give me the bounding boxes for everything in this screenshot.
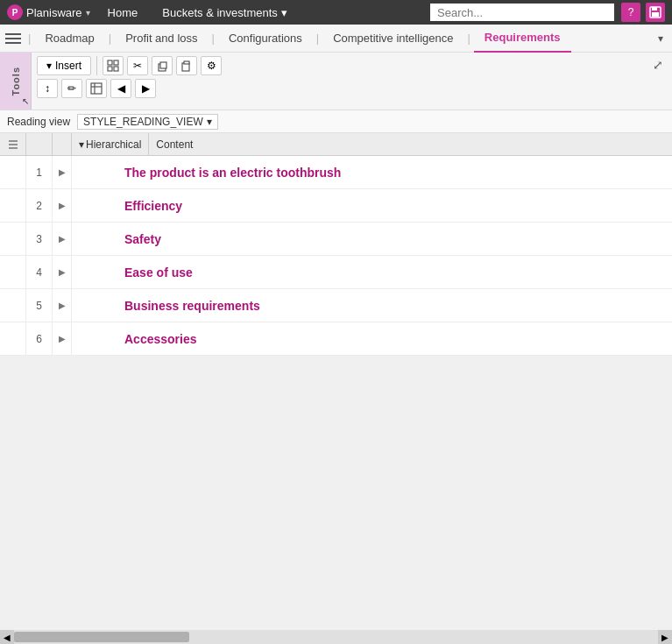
toolbar-row2: ↕ ✏ ◀ ▶ [37,79,222,98]
save-icon[interactable] [646,3,665,22]
row-expand-5[interactable]: ▶ [53,289,72,322]
table-body: 1 ▶ The product is an electric toothbrus… [0,156,672,356]
row-icon-col-5 [0,289,26,322]
row-icon-col-1 [0,156,26,188]
tab-separator-3: | [212,32,215,45]
row-num-4: 4 [26,256,53,288]
menu-hamburger[interactable] [4,28,25,49]
expand-view-btn[interactable]: ⤢ [649,56,667,74]
tab-profit-and-loss[interactable]: Profit and loss [115,25,208,53]
svg-rect-3 [108,60,112,65]
edit-icon-btn[interactable]: ✏ [61,79,82,98]
row-num-3: 3 [26,223,53,255]
table-header: ▾ Hierarchical Content [0,133,672,156]
table-row[interactable]: 3 ▶ Safety [0,223,672,256]
svg-rect-10 [184,61,189,64]
bottom-scrollbar: ◀ ▶ [0,630,672,644]
search-input[interactable] [430,4,614,21]
insert-button[interactable]: ▾ Insert [37,56,91,75]
scroll-thumb[interactable] [14,632,189,642]
tab-roadmap[interactable]: Roadmap [34,25,104,53]
insert-dropdown-icon: ▾ [46,60,52,72]
th-num-col [26,133,53,155]
settings-icon-btn[interactable]: ⚙ [201,56,222,75]
brand-name: Planisware [26,6,82,19]
row-num-6: 6 [26,322,53,355]
reading-view-selector[interactable]: STYLE_READING_VIEW ▾ [77,114,218,130]
tab-competitive-intelligence[interactable]: Competitive intelligence [322,25,463,53]
svg-rect-5 [108,67,112,71]
module-selector[interactable]: Buckets & investments ▾ [155,6,294,19]
toolbar-row1: ▾ Insert ✂ [37,56,222,75]
table-row[interactable]: 6 ▶ Accessories [0,322,672,356]
scroll-right-arrow[interactable]: ▶ [658,630,672,644]
row-content-4: Ease of use [72,265,672,280]
table-icon-btn[interactable] [86,79,107,98]
table-row[interactable]: 4 ▶ Ease of use [0,256,672,289]
row-content-6: Accessories [72,332,672,346]
row-expand-6[interactable]: ▶ [53,322,72,355]
back-icon-btn[interactable]: ◀ [110,79,131,98]
svg-rect-1 [652,7,657,11]
help-icon[interactable]: ? [621,3,640,22]
tab-separator-5: | [467,32,470,45]
reading-view-label: Reading view [7,116,70,128]
row-content-5: Business requirements [72,299,672,313]
reading-view-value-text: STYLE_READING_VIEW [83,116,203,128]
svg-rect-11 [91,83,102,94]
row-icon-col-3 [0,223,26,255]
tab-separator-2: | [109,32,111,45]
cursor-indicator: ↖ [22,96,29,106]
row-icon-col-6 [0,322,26,355]
row-expand-3[interactable]: ▶ [53,223,72,255]
scroll-track[interactable] [14,630,658,644]
insert-label: Insert [55,60,81,72]
row-num-2: 2 [26,189,53,222]
row-content-3: Safety [72,232,672,246]
grid-icon-btn[interactable] [103,56,124,75]
module-label: Buckets & investments [162,6,278,19]
search-box [430,4,614,21]
top-bar: P Planisware ▾ Home Buckets & investment… [0,0,672,25]
home-link[interactable]: Home [97,6,149,19]
table-row[interactable]: 5 ▶ Business requirements [0,289,672,322]
tools-panel[interactable]: Tools ↖ [0,53,32,110]
forward-icon-btn[interactable]: ▶ [135,79,156,98]
toolbar-row: Tools ↖ ▾ Insert ✂ [0,53,672,110]
copy-icon-btn[interactable] [152,56,173,75]
tab-requirements[interactable]: Requirements [474,25,571,53]
th-expand-col [53,133,72,155]
svg-rect-4 [114,60,118,65]
tab-separator-4: | [316,32,319,45]
tab-bar-end: ▾ [653,32,668,45]
table-row[interactable]: 1 ▶ The product is an electric toothbrus… [0,156,672,189]
row-num-5: 5 [26,289,53,322]
row-icon-col-4 [0,256,26,288]
cut-icon-btn[interactable]: ✂ [127,56,148,75]
row-expand-1[interactable]: ▶ [53,156,72,188]
th-hierarchical-label: Hierarchical [86,138,141,151]
th-hierarchical[interactable]: ▾ Hierarchical [72,133,149,155]
th-content-label: Content [156,138,193,151]
row-content-2: Efficiency [72,199,672,213]
tab-overflow-icon[interactable]: ▾ [653,32,668,45]
brand-dropdown-icon[interactable]: ▾ [86,8,90,18]
svg-rect-6 [114,67,118,71]
reading-view-bar: Reading view STYLE_READING_VIEW ▾ [0,110,672,133]
reading-view-dropdown-icon: ▾ [207,116,212,128]
row-icon-col-2 [0,189,26,222]
table-row[interactable]: 2 ▶ Efficiency [0,189,672,223]
row-expand-4[interactable]: ▶ [53,256,72,288]
main-content: ▾ Hierarchical Content 1 ▶ The product i… [0,133,672,644]
row-expand-2[interactable]: ▶ [53,189,72,222]
row-num-1: 1 [26,156,53,188]
tools-label: Tools [11,67,21,96]
paste-icon-btn[interactable] [176,56,197,75]
toolbar-sep-1 [96,56,97,75]
tab-separator-1: | [28,32,31,45]
scroll-left-arrow[interactable]: ◀ [0,630,14,644]
module-dropdown-icon: ▾ [281,6,287,19]
tab-bar: | Roadmap | Profit and loss | Configurat… [0,25,672,53]
tab-configurations[interactable]: Configurations [218,25,313,53]
move-icon-btn[interactable]: ↕ [37,79,58,98]
